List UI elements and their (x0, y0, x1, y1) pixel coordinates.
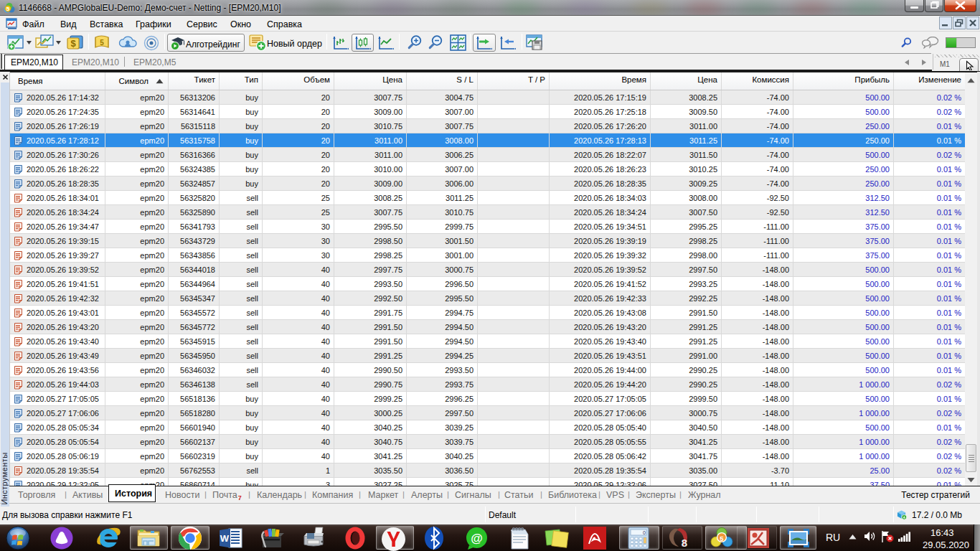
svg-text:5: 5 (720, 534, 724, 542)
svg-text:$: $ (70, 38, 76, 49)
svg-text:W: W (220, 533, 230, 544)
svg-text:8: 8 (682, 537, 687, 549)
svg-text:0: 0 (643, 530, 646, 535)
svg-text:5: 5 (6, 6, 10, 12)
svg-text:5: 5 (100, 39, 104, 47)
svg-text:@: @ (471, 532, 483, 545)
